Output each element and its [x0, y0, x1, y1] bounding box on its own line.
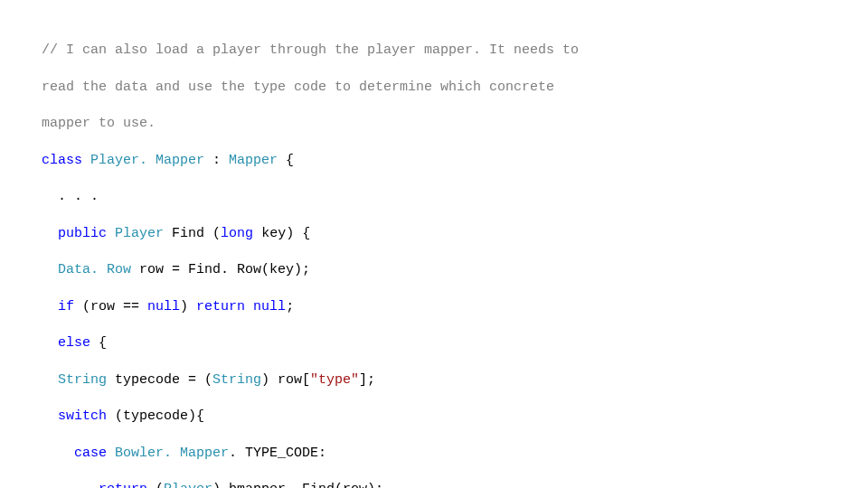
- code-line-case-bowler: case Bowler. Mapper. TYPE_CODE:: [42, 445, 868, 463]
- code-block: // I can also load a player through the …: [0, 0, 868, 488]
- code-comment-3: mapper to use.: [42, 115, 868, 133]
- code-line-class: class Player. Mapper : Mapper {: [42, 152, 868, 170]
- code-line-switch: switch (typecode){: [42, 408, 868, 426]
- code-line-if: if (row == null) return null;: [42, 298, 868, 316]
- code-line-else: else {: [42, 334, 868, 352]
- code-line-datarow: Data. Row row = Find. Row(key);: [42, 261, 868, 279]
- code-line-ellipsis: . . .: [42, 188, 868, 206]
- code-line-return-bowler: return (Player) bmapper. Find(row);: [42, 481, 868, 488]
- code-line-find-sig: public Player Find (long key) {: [42, 225, 868, 243]
- code-line-typecode: String typecode = (String) row["type"];: [42, 371, 868, 389]
- code-comment-2: read the data and use the type code to d…: [42, 79, 868, 97]
- code-comment-1: // I can also load a player through the …: [42, 42, 868, 60]
